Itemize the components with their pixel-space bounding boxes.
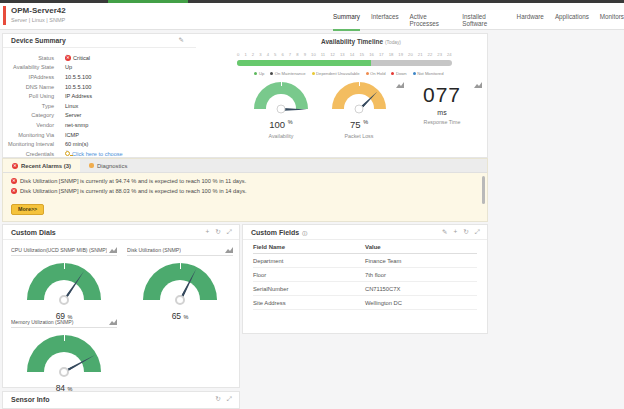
tab-interfaces[interactable]: Interfaces [371, 13, 399, 31]
dial-label: Disk Utilization (SNMP) [127, 247, 181, 253]
sensor-info-panel: Sensor Info ↻ ⤢ [2, 391, 240, 409]
gauge-hub [277, 105, 286, 114]
field-row-vendor: Vendor net-snmp [3, 120, 196, 130]
sensor-info-title: Sensor Info [11, 396, 50, 403]
custom-fields-header: Custom Fieldsⓘ ✎ + ↻ ⤢ [243, 225, 487, 240]
critical-icon: ✕ [65, 55, 71, 61]
response-time-value: 077 [406, 82, 478, 107]
tab-diagnostics[interactable]: Diagnostics [80, 159, 136, 172]
tab-recent-alarms[interactable]: ✕ Recent Alarms (3) [3, 159, 80, 172]
expand-icon[interactable]: ⤢ [475, 229, 480, 236]
tab-installed-software[interactable]: Installed Software [462, 13, 505, 31]
critical-icon: ✕ [11, 188, 17, 194]
field-row-availability-state: Availability State Up [3, 63, 196, 73]
legend-dependent-unavailable: Dependent Unavailable [312, 71, 360, 76]
packet-loss-label: Packet Loss [326, 133, 392, 139]
gauge-hub [59, 295, 69, 305]
legend-not-monitored: Not Monitored [413, 71, 444, 76]
opmanager-device-page: OPM-Server42 Server | Linux | SNMP Summa… [0, 0, 624, 409]
tab-applications[interactable]: Applications [555, 13, 589, 31]
response-time-label: Response Time [406, 119, 478, 125]
custom-dials-panel: Custom Dials + ↻ ⤢ CPU Utilization(UCD S… [2, 224, 240, 388]
packet-loss-chart-icon[interactable] [396, 82, 404, 88]
device-subtitle: Server | Linux | SNMP [11, 17, 65, 23]
field-row-monitoring-interval: Monitoring Interval 60 min(s) [3, 139, 196, 149]
add-dial-icon[interactable]: + [206, 229, 210, 236]
memory-utilization-dial: Memory Utilization (SNMP) 84 % [11, 319, 117, 393]
table-header-row: Field Name Value [253, 240, 477, 254]
add-icon[interactable]: + [454, 229, 458, 236]
table-row: Floor 7th floor [253, 268, 477, 282]
alarm-item: ✕ Disk Utilization [SNMP] is currently a… [11, 178, 479, 184]
expand-icon[interactable]: ⤢ [227, 229, 232, 236]
edit-icon[interactable]: ✎ [179, 37, 184, 44]
dial-chart-icon[interactable] [109, 247, 117, 253]
scroll-down-icon[interactable]: ⌄ [65, 147, 69, 152]
gauge-hub [355, 105, 364, 114]
table-row: Department Finance Team [253, 254, 477, 268]
gauge [27, 335, 101, 379]
packet-loss-gauge: 75 % Packet Loss [326, 82, 392, 139]
custom-fields-title: Custom Fields [251, 229, 299, 236]
more-alarms-button[interactable]: More>> [11, 204, 44, 215]
tab-hardware[interactable]: Hardware [517, 13, 544, 31]
custom-fields-table: Field Name Value Department Finance Team… [253, 240, 477, 310]
legend-dot [391, 72, 394, 75]
legend-dot [254, 72, 257, 75]
tab-active-processes[interactable]: Active Processes [410, 13, 452, 31]
field-row-status: Status ✕Critical [3, 53, 196, 63]
timeline-legend: Up On Maintenance Dependent Unavailable … [234, 71, 464, 76]
field-row-ipaddress: IPAddress 10.5.5.100 [3, 72, 196, 82]
alarm-icon: ✕ [12, 163, 18, 169]
page-tabs: Summary Interfaces Active Processes Inst… [333, 13, 624, 31]
field-row-dns-name: DNS Name 10.5.5.100 [3, 82, 196, 92]
severity-strip [3, 6, 6, 25]
alarms-scrollbar[interactable] [482, 176, 485, 204]
legend-on-maintenance: On Maintenance [270, 71, 305, 76]
custom-dials-header: Custom Dials + ↻ ⤢ [3, 225, 239, 240]
legend-dot [413, 72, 416, 75]
expand-icon[interactable]: ⤢ [227, 396, 232, 403]
gauge-hub [175, 295, 185, 305]
response-time-kpi: 077 ms Response Time [406, 82, 478, 125]
edit-icon[interactable]: ✎ [442, 229, 447, 236]
legend-down: Down [391, 71, 406, 76]
timeline-bar [237, 60, 452, 66]
custom-fields-panel: Custom Fieldsⓘ ✎ + ↻ ⤢ Field Name Value … [242, 224, 488, 334]
legend-dot [312, 72, 315, 75]
device-summary-list: Status ✕Critical Availability State Up I… [3, 53, 196, 159]
tab-monitors[interactable]: Monitors [600, 13, 624, 31]
device-header: OPM-Server42 Server | Linux | SNMP Summa… [0, 3, 624, 30]
refresh-icon[interactable]: ↻ [215, 396, 220, 403]
field-row-type: Type Linux [3, 101, 196, 111]
refresh-icon[interactable]: ↻ [215, 229, 220, 236]
cpu-utilization-dial: CPU Utilization(UCD SNMP MIB) (SNMP) 69 … [11, 247, 117, 321]
legend-dot [366, 72, 369, 75]
timeline-ticks: 0123456789101112131415161718192021222324 [237, 52, 452, 57]
response-time-chart-icon[interactable] [474, 82, 482, 88]
disk-utilization-dial: Disk Utilization (SNMP) 65 % [127, 247, 233, 321]
timeline-up-segment [237, 60, 371, 66]
choose-credentials-link[interactable]: Click here to choose [72, 151, 123, 157]
gauge-hub [59, 367, 69, 377]
legend-dot [270, 72, 273, 75]
refresh-icon[interactable]: ↻ [463, 229, 468, 236]
table-row: Site Address Wellington DC [253, 296, 477, 310]
alarm-item: ✕ Disk Utilization [SNMP] is currently a… [11, 188, 479, 194]
legend-up: Up [254, 71, 264, 76]
sensor-info-header: Sensor Info ↻ ⤢ [3, 392, 239, 407]
availability-label: Availability [248, 133, 314, 139]
dial-chart-icon[interactable] [109, 319, 117, 325]
response-time-unit: ms [406, 109, 478, 116]
info-icon[interactable]: ⓘ [302, 230, 307, 236]
dial-chart-icon[interactable] [225, 247, 233, 253]
availability-timeline-title: Availability Timeline (Today) [234, 38, 488, 45]
gauge [254, 82, 308, 116]
dial-label: CPU Utilization(UCD SNMP MIB) (SNMP) [11, 247, 107, 253]
field-row-category: Category Server [3, 111, 196, 121]
field-row-monitoring-via: Monitoring Via ICMP [3, 130, 196, 140]
gauge [332, 82, 386, 116]
tab-summary[interactable]: Summary [333, 13, 360, 31]
alarms-tabstrip: ✕ Recent Alarms (3) Diagnostics [3, 159, 487, 173]
gauge [27, 263, 101, 307]
